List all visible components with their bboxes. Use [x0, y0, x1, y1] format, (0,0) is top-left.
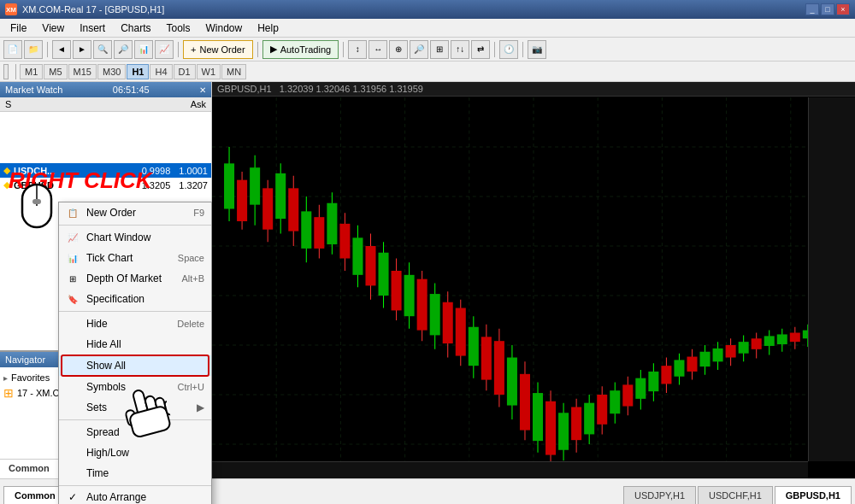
maximize-button[interactable]: □	[821, 3, 834, 15]
ctx-new-order[interactable]: 📋 New Order F9	[59, 202, 211, 223]
toolbar-chart2[interactable]: 📈	[155, 40, 174, 59]
ctx-tick-label: Tick Chart	[86, 252, 133, 264]
chart-tab-gbpusd[interactable]: GBPUSD,H1	[775, 486, 852, 504]
svg-rect-103	[713, 349, 723, 361]
bottom-tab-common[interactable]: Common	[3, 486, 67, 504]
period-h4[interactable]: H4	[150, 64, 172, 79]
menu-insert[interactable]: Insert	[73, 21, 112, 36]
toolbar-misc5[interactable]: ⊞	[430, 40, 449, 59]
period-m1[interactable]: M1	[20, 64, 43, 79]
ctx-tick-chart[interactable]: 📊 Tick Chart Space	[59, 248, 211, 268]
toolbar-misc6[interactable]: ↑↓	[451, 40, 469, 59]
toolbar-sep5	[494, 42, 495, 57]
ctx-new-order-icon: 📋	[66, 206, 80, 220]
market-watch-title: Market Watch	[5, 85, 62, 95]
minimize-button[interactable]: _	[805, 3, 819, 15]
ctx-tick-icon: 📊	[66, 251, 80, 265]
menu-bar: File View Insert Charts Tools Window Hel…	[0, 19, 855, 38]
ctx-autoarrange-label: Auto Arrange	[86, 491, 146, 503]
time-scale	[212, 461, 808, 478]
svg-rect-41	[314, 217, 324, 249]
svg-rect-51	[379, 253, 389, 296]
menu-tools[interactable]: Tools	[160, 21, 198, 36]
main-area: Market Watch 06:51:45 ✕ S Ask RIGHT CLIC…	[0, 82, 855, 478]
toolbar-sep3	[257, 42, 258, 57]
toolbar-misc4[interactable]: 🔎	[410, 40, 428, 59]
ctx-time[interactable]: Time	[59, 463, 211, 483]
window-controls[interactable]: _ □ ×	[805, 3, 850, 15]
autotrading-label: AutoTrading	[280, 44, 332, 55]
new-order-button[interactable]: + New Order	[183, 40, 253, 59]
menu-help[interactable]: Help	[251, 21, 286, 36]
toolbar-chart1[interactable]: 📊	[134, 40, 153, 59]
nav-expand-icon: ▸	[3, 373, 8, 383]
menu-file[interactable]: File	[3, 21, 33, 36]
toolbar-back[interactable]: ◄	[52, 40, 71, 59]
period-mn[interactable]: MN	[221, 64, 246, 79]
close-button[interactable]: ×	[836, 3, 850, 15]
svg-rect-45	[339, 224, 350, 259]
ctx-specification[interactable]: 🔖 Specification	[59, 289, 211, 309]
market-watch-header: Market Watch 06:51:45 ✕	[0, 82, 211, 97]
toolbar-forward[interactable]: ►	[73, 40, 91, 59]
ctx-depth[interactable]: ⊞ Depth Of Market Alt+B	[59, 268, 211, 289]
chart-header: GBPUSD,H1 1.32039 1.32046 1.31956 1.3195…	[212, 82, 855, 97]
svg-rect-53	[392, 271, 402, 310]
period-m15[interactable]: M15	[68, 64, 97, 79]
period-bar: M1 M5 M15 M30 H1 H4 D1 W1 MN	[0, 62, 855, 82]
chart-tab-usdjpy[interactable]: USDJPY,H1	[623, 486, 696, 504]
autotrading-button[interactable]: ▶ AutoTrading	[262, 40, 339, 59]
svg-rect-65	[469, 327, 479, 366]
toolbar-zoomin[interactable]: 🔍	[93, 40, 112, 59]
svg-rect-43	[327, 203, 337, 244]
ctx-showall-label: Show All	[86, 360, 126, 372]
svg-rect-47	[352, 237, 363, 275]
svg-rect-49	[365, 246, 375, 285]
toolbar-open[interactable]: 📁	[24, 40, 43, 59]
toolbar-misc2[interactable]: ↔	[369, 40, 387, 59]
period-w1[interactable]: W1	[197, 64, 221, 79]
chart-prices: 1.32039 1.32046 1.31956 1.31959	[280, 84, 423, 94]
svg-rect-69	[494, 341, 504, 395]
toolbar-new[interactable]: 📄	[3, 40, 22, 59]
period-input[interactable]	[3, 64, 9, 79]
market-watch-close-btn[interactable]: ✕	[199, 85, 206, 95]
period-h1[interactable]: H1	[127, 64, 149, 79]
ctx-time-icon	[66, 466, 80, 480]
menu-window[interactable]: Window	[199, 21, 250, 36]
period-m30[interactable]: M30	[97, 64, 126, 79]
ctx-spec-icon: 🔖	[66, 292, 80, 306]
period-d1[interactable]: D1	[174, 64, 196, 79]
toolbar-clock[interactable]: 🕐	[499, 40, 518, 59]
ctx-auto-arrange[interactable]: ✓ Auto Arrange	[59, 488, 211, 504]
ctx-show-all[interactable]: Show All	[59, 355, 211, 376]
tab-common[interactable]: Common	[0, 460, 59, 478]
ctx-hide[interactable]: Hide Delete	[59, 314, 211, 334]
ctx-sep2	[59, 311, 211, 312]
ctx-sets-arrow: ▶	[197, 401, 204, 413]
chart-tab-usdchf[interactable]: USDCHF,H1	[698, 486, 773, 504]
price-scale	[808, 97, 855, 461]
period-m5[interactable]: M5	[44, 64, 67, 79]
svg-rect-59	[430, 294, 440, 335]
toolbar-misc3[interactable]: ⊕	[389, 40, 408, 59]
toolbar-misc7[interactable]: ⇄	[471, 40, 490, 59]
menu-view[interactable]: View	[35, 21, 71, 36]
ctx-hide-shortcut: Delete	[177, 319, 204, 329]
ctx-hide-all[interactable]: Hide All	[59, 334, 211, 355]
navigator-title: Navigator	[5, 355, 45, 365]
svg-rect-95	[661, 366, 671, 384]
svg-rect-105	[726, 345, 736, 358]
toolbar-zoomout[interactable]: 🔎	[114, 40, 133, 59]
svg-rect-85	[597, 395, 607, 425]
svg-rect-99	[687, 357, 697, 372]
ctx-hideall-label: Hide All	[86, 338, 121, 350]
svg-rect-115	[790, 333, 800, 343]
toolbar-misc1[interactable]: ↕	[348, 40, 367, 59]
new-order-icon: +	[191, 44, 196, 55]
ctx-depth-shortcut: Alt+B	[181, 273, 204, 284]
toolbar-screenshot[interactable]: 📷	[528, 40, 546, 59]
svg-rect-33	[262, 188, 273, 229]
ctx-chart-window[interactable]: 📈 Chart Window	[59, 227, 211, 248]
menu-charts[interactable]: Charts	[114, 21, 157, 36]
